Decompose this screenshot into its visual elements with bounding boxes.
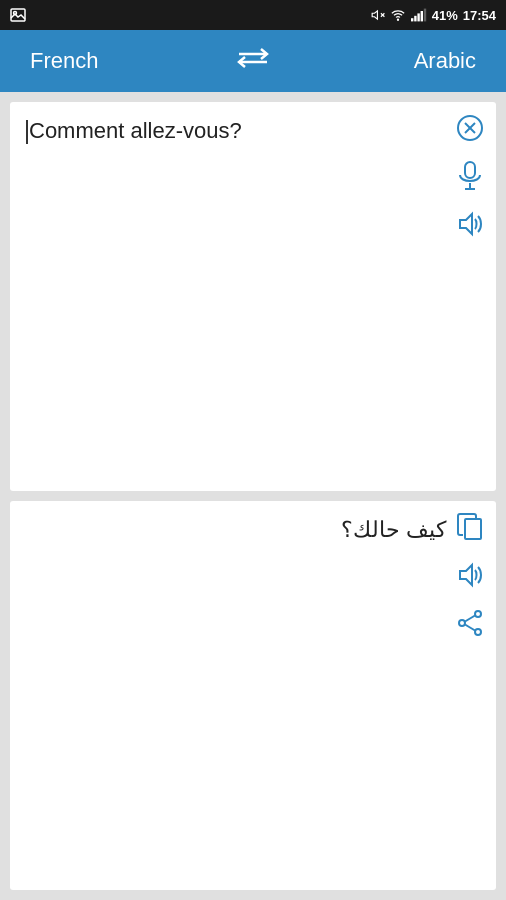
svg-rect-18 (465, 519, 481, 539)
svg-point-21 (459, 620, 465, 626)
svg-rect-14 (465, 162, 475, 178)
mic-button[interactable] (454, 160, 486, 192)
input-panel-icons (454, 112, 486, 240)
swap-languages-button[interactable] (229, 38, 277, 84)
source-language-label[interactable]: French (20, 48, 229, 74)
svg-marker-2 (372, 11, 377, 19)
clock: 17:54 (463, 8, 496, 23)
svg-marker-17 (460, 214, 472, 234)
mic-icon (457, 161, 483, 191)
input-text[interactable]: Comment allez-vous? (26, 116, 446, 147)
mute-icon (371, 8, 385, 22)
share-button[interactable] (454, 607, 486, 639)
svg-rect-9 (420, 11, 422, 21)
signal-icon (411, 8, 427, 22)
speaker-icon (456, 211, 484, 237)
input-panel: Comment allez-vous? (10, 102, 496, 491)
svg-rect-6 (411, 18, 413, 21)
clear-button[interactable] (454, 112, 486, 144)
input-speaker-button[interactable] (454, 208, 486, 240)
main-content: Comment allez-vous? (0, 92, 506, 900)
toolbar: French Arabic (0, 30, 506, 92)
status-bar-left (10, 8, 26, 22)
text-cursor (26, 120, 28, 144)
output-speaker-button[interactable] (454, 559, 486, 591)
battery-level: 41% (432, 8, 458, 23)
svg-rect-8 (417, 13, 419, 21)
svg-point-5 (397, 19, 398, 20)
status-bar-right: 41% 17:54 (371, 8, 496, 23)
wifi-icon (390, 8, 406, 22)
output-speaker-icon (456, 562, 484, 588)
image-icon (10, 8, 26, 22)
svg-line-23 (465, 616, 475, 622)
copy-icon (457, 513, 483, 541)
svg-rect-7 (414, 16, 416, 22)
share-icon (457, 609, 483, 637)
svg-point-22 (475, 629, 481, 635)
status-bar: 41% 17:54 (0, 0, 506, 30)
target-language-label[interactable]: Arabic (277, 48, 486, 74)
swap-icon (237, 46, 269, 70)
output-panel-icons (454, 511, 486, 639)
clear-icon (456, 114, 484, 142)
svg-line-24 (465, 625, 475, 631)
output-text: كيف حالك؟ (26, 515, 446, 546)
svg-point-20 (475, 611, 481, 617)
svg-rect-10 (424, 9, 426, 22)
copy-button[interactable] (454, 511, 486, 543)
output-panel: كيف حالك؟ (10, 501, 496, 890)
svg-marker-19 (460, 565, 472, 585)
